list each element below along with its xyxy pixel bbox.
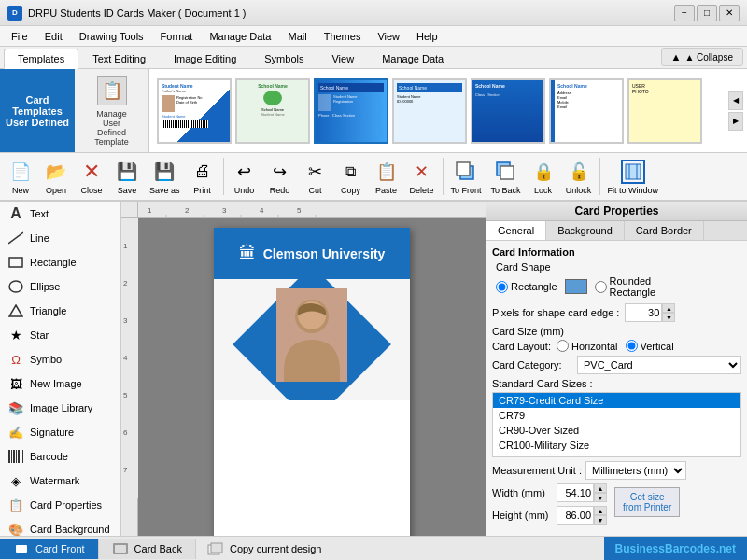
size-cr79-credit[interactable]: CR79-Credit Card Size (493, 393, 740, 408)
props-tab-general[interactable]: General (486, 221, 546, 240)
menu-edit[interactable]: Edit (37, 29, 70, 44)
card-back-tab[interactable]: Card Back (99, 539, 196, 559)
menu-view[interactable]: View (370, 29, 407, 44)
redo-button[interactable]: ↪ Redo (263, 157, 297, 197)
maximize-button[interactable]: □ (697, 5, 717, 21)
undo-button[interactable]: ↩ Undo (228, 157, 261, 197)
tab-manage-data[interactable]: Manage Data (368, 49, 458, 68)
template-thumb-6[interactable]: School Name AddressEmailMobileEmail (549, 78, 624, 144)
card-front-tab[interactable]: Card Front (0, 539, 99, 559)
size-cr90[interactable]: CR90-Over Sized (493, 423, 740, 438)
tab-symbols[interactable]: Symbols (250, 49, 317, 68)
shape-rectangle-radio[interactable]: Rectangle (496, 281, 557, 293)
menu-file[interactable]: File (4, 29, 35, 44)
menu-help[interactable]: Help (409, 29, 445, 44)
cut-button[interactable]: ✂ Cut (299, 157, 332, 197)
height-up[interactable]: ▲ (594, 506, 607, 515)
measurement-select[interactable]: Millimeters (mm) (585, 461, 686, 480)
tab-text-editing[interactable]: Text Editing (78, 49, 160, 68)
size-cr100[interactable]: CR100-Military Size (493, 438, 740, 453)
scroll-left[interactable]: ◀ (728, 91, 743, 110)
props-tab-background[interactable]: Background (546, 221, 625, 240)
delete-button[interactable]: ✕ Delete (405, 157, 439, 197)
copy-design-tab[interactable]: Copy current design (196, 539, 332, 559)
unlock-button[interactable]: 🔓 Unlock (562, 157, 596, 197)
sep3 (599, 158, 600, 195)
to-back-button[interactable]: To Back (487, 157, 525, 197)
menu-format[interactable]: Format (153, 29, 201, 44)
tool-watermark-label: Watermark (30, 475, 79, 486)
template-thumb-7[interactable]: USERPHOTO (627, 78, 702, 144)
tool-image-library[interactable]: 📚 Image Library (0, 396, 120, 420)
pixels-down[interactable]: ▼ (662, 313, 675, 322)
tab-view[interactable]: View (317, 49, 368, 68)
tool-line[interactable]: Line (0, 226, 120, 250)
pixels-up[interactable]: ▲ (662, 303, 675, 313)
to-front-button[interactable]: To Front (447, 157, 486, 197)
shape-rounded-radio[interactable]: RoundedRectangle (595, 275, 656, 298)
minimize-button[interactable]: − (674, 5, 695, 21)
open-button[interactable]: 📂 Open (39, 157, 73, 197)
tab-image-editing[interactable]: Image Editing (160, 49, 250, 68)
pixels-input[interactable] (625, 303, 662, 322)
tool-text[interactable]: A Text (0, 202, 120, 226)
width-up[interactable]: ▲ (594, 483, 607, 493)
tool-card-background[interactable]: 🎨 Card Background (0, 517, 120, 536)
tool-ellipse[interactable]: Ellipse (0, 274, 120, 299)
close-button-tb[interactable]: ✕ Close (75, 157, 108, 197)
fit-window-button[interactable]: Fit to Window (604, 157, 663, 197)
lock-button[interactable]: 🔒 Lock (527, 157, 560, 197)
tab-templates[interactable]: Templates (4, 49, 78, 69)
menu-mail[interactable]: Mail (280, 29, 314, 44)
width-down[interactable]: ▼ (594, 493, 607, 502)
tool-symbol[interactable]: Ω Symbol (0, 347, 120, 371)
pixels-spin-btns[interactable]: ▲ ▼ (662, 303, 675, 322)
save-button[interactable]: 💾 Save (110, 157, 144, 197)
save-as-button[interactable]: 💾 Save as (146, 157, 184, 197)
template-thumb-4[interactable]: School Name Student Name ID: 00000 (392, 78, 467, 144)
width-input[interactable] (557, 483, 594, 502)
tool-rectangle[interactable]: Rectangle (0, 250, 120, 274)
tool-card-properties[interactable]: 📋 Card Properties (0, 493, 120, 517)
tool-triangle[interactable]: Triangle (0, 299, 120, 323)
canvas-scroll[interactable]: 🏛 Clemson University (138, 218, 486, 536)
template-thumb-3[interactable]: School Name Student NameRegistration Pho… (314, 78, 388, 144)
layout-vertical[interactable]: Vertical (626, 340, 674, 352)
height-input[interactable] (557, 506, 594, 525)
manage-udt-button[interactable]: 📋 ManageUserDefinedTemplate (75, 69, 149, 152)
tool-barcode[interactable]: Barcode (0, 444, 120, 469)
tool-star[interactable]: ★ Star (0, 323, 120, 347)
scroll-right[interactable]: ▶ (728, 112, 743, 131)
template-thumb-1[interactable]: Student Name Father's Name Registration … (157, 78, 232, 144)
height-down[interactable]: ▼ (594, 515, 607, 525)
size-cr79[interactable]: CR79 (493, 408, 740, 423)
tool-signature[interactable]: ✍ Signature (0, 420, 120, 444)
print-button[interactable]: 🖨 Print (186, 157, 219, 197)
paste-button[interactable]: 📋 Paste (370, 157, 403, 197)
menu-manage-data[interactable]: Manage Data (202, 29, 278, 44)
titlebar-controls[interactable]: − □ ✕ (674, 5, 740, 21)
close-button[interactable]: ✕ (719, 5, 740, 21)
copy-button[interactable]: ⧉ Copy (334, 157, 368, 197)
height-spinbox[interactable]: ▲ ▼ (557, 506, 607, 525)
width-spinbox[interactable]: ▲ ▼ (557, 483, 607, 502)
text-icon: A (7, 205, 24, 222)
new-button[interactable]: 📄 New (4, 157, 37, 197)
tool-watermark[interactable]: ◈ Watermark (0, 469, 120, 493)
tool-new-image[interactable]: 🖼 New Image (0, 371, 120, 396)
undo-label: Undo (234, 186, 255, 195)
menu-themes[interactable]: Themes (317, 29, 369, 44)
menu-drawing-tools[interactable]: Drawing Tools (72, 29, 151, 44)
svg-rect-9 (9, 258, 22, 267)
props-tab-border[interactable]: Card Border (625, 221, 704, 240)
template-thumb-5[interactable]: School Name Class | Section (471, 78, 545, 144)
collapse-button[interactable]: ▲ ▲ Collapse (661, 48, 743, 66)
category-select[interactable]: PVC_Card (577, 356, 741, 374)
layout-horizontal[interactable]: Horizontal (557, 340, 618, 352)
width-spin-btns[interactable]: ▲ ▼ (594, 483, 607, 502)
template-thumb-2[interactable]: School Name School Name Student Name (235, 78, 310, 144)
get-size-button[interactable]: Get sizefrom Printer (614, 487, 680, 517)
height-spin-btns[interactable]: ▲ ▼ (594, 506, 607, 525)
pixels-spinbox[interactable]: ▲ ▼ (625, 303, 675, 322)
gallery-scroll[interactable]: ◀ ▶ (725, 69, 747, 152)
